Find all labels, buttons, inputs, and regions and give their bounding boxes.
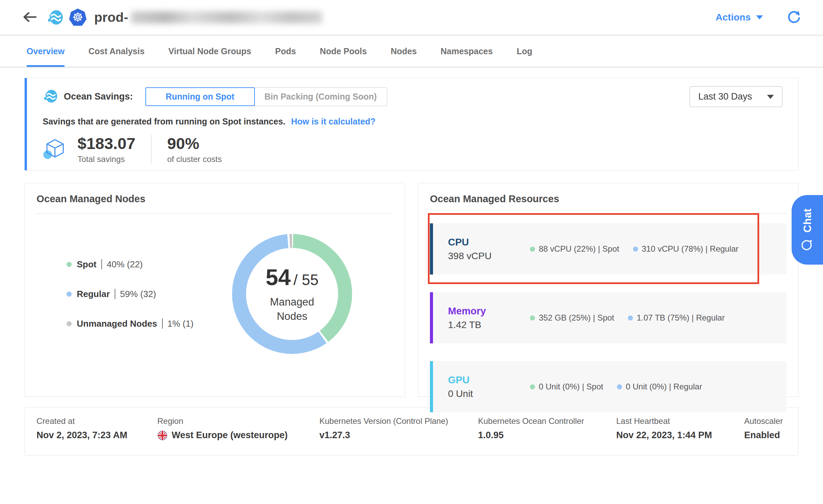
tab-overview[interactable]: Overview — [27, 35, 64, 67]
actions-button[interactable]: Actions — [716, 12, 763, 23]
regular-dot-icon — [628, 315, 633, 321]
tab-node-pools[interactable]: Node Pools — [320, 35, 367, 67]
gpu-row: GPU 0 Unit 0 Unit (0%) | Spot 0 Unit (0%… — [430, 361, 786, 412]
spot-dot-icon — [67, 262, 72, 267]
memory-value: 1.42 TB — [448, 320, 523, 330]
back-button[interactable] — [22, 11, 38, 24]
nodes-legend: Spot 40% (22) Regular 59% (32) Unmanaged… — [67, 259, 193, 329]
ocean-logo-icon — [46, 9, 64, 26]
stat-text: 310 vCPU (78%) | Regular — [642, 244, 739, 254]
cpu-regular-stat: 310 vCPU (78%) | Regular — [633, 244, 739, 254]
legend-value: 1% (1) — [168, 318, 194, 329]
tab-virtual-node-groups[interactable]: Virtual Node Groups — [169, 35, 251, 67]
spot-dot-icon — [530, 315, 535, 321]
managed-count: 54 — [266, 264, 291, 290]
divider — [115, 289, 115, 299]
detail-region: Region West Europe (westeurope) — [157, 416, 319, 446]
refresh-button[interactable] — [787, 10, 801, 25]
total-savings-metric: $183.07 Total savings — [77, 134, 135, 164]
percent-savings-label: of cluster costs — [167, 154, 222, 164]
legend-item-unmanaged: Unmanaged Nodes 1% (1) — [67, 318, 193, 329]
chat-bubble-icon — [800, 238, 814, 251]
total-savings-label: Total savings — [77, 154, 135, 164]
ocean-savings-label: Ocean Savings: — [64, 91, 133, 102]
detail-k8s-version: Kubernetes Version (Control Plane) v1.27… — [319, 416, 478, 446]
donut-chart: 54 / 55 Managed Nodes — [232, 234, 352, 354]
detail-last-heartbeat: Last Heartbeat Nov 22, 2023, 1:44 PM — [616, 416, 744, 446]
helm-wheel-glyph: ☸ — [72, 11, 83, 24]
ocean-managed-resources-panel: Ocean Managed Resources CPU 398 vCPU 88 … — [418, 183, 798, 397]
stat-text: 352 GB (25%) | Spot — [539, 313, 614, 323]
header: ☸ prod- Actions — [0, 0, 823, 35]
stat-text: 1.07 TB (75%) | Regular — [637, 313, 725, 323]
chat-label: Chat — [801, 208, 813, 233]
chat-button[interactable]: Chat — [792, 195, 823, 265]
tab-bar: Overview Cost Analysis Virtual Node Grou… — [0, 35, 823, 68]
detail-label: Created at — [37, 416, 157, 426]
cluster-details-panel: Created at Nov 2, 2023, 7:23 AM Region — [25, 407, 798, 456]
detail-label: Kubernetes Ocean Controller — [478, 416, 616, 426]
donut-center: 54 / 55 Managed Nodes — [246, 248, 338, 340]
detail-label: Last Heartbeat — [616, 416, 744, 426]
savings-description: Savings that are generated from running … — [43, 117, 285, 126]
detail-label: Region — [157, 416, 319, 426]
gpu-label: GPU — [448, 374, 523, 386]
running-on-spot-toggle[interactable]: Running on Spot — [145, 87, 255, 106]
detail-value: Nov 2, 2023, 7:23 AM — [37, 430, 157, 441]
cpu-value: 398 vCPU — [448, 251, 523, 262]
detail-value: Nov 22, 2023, 1:44 PM — [616, 430, 744, 441]
legend-item-regular: Regular 59% (32) — [67, 289, 193, 299]
legend-label: Unmanaged Nodes — [77, 318, 157, 329]
legend-item-spot: Spot 40% (22) — [67, 259, 193, 270]
tab-nodes[interactable]: Nodes — [391, 35, 417, 67]
savings-toggle-group: Running on Spot Bin Packing (Coming Soon… — [145, 87, 388, 106]
tab-log[interactable]: Log — [517, 35, 532, 67]
ocean-wave-icon — [43, 88, 58, 105]
period-dropdown[interactable]: Last 30 Days — [690, 86, 782, 107]
total-savings-value: $183.07 — [77, 134, 135, 153]
detail-autoscaler: Autoscaler Enabled — [744, 416, 786, 446]
period-value: Last 30 Days — [698, 91, 752, 102]
tab-namespaces[interactable]: Namespaces — [441, 35, 493, 67]
divider — [151, 135, 151, 163]
legend-label: Spot — [77, 259, 97, 270]
arrow-left-icon — [22, 11, 38, 24]
memory-row: Memory 1.42 TB 352 GB (25%) | Spot 1.07 … — [430, 292, 786, 343]
regular-dot-icon — [617, 384, 622, 389]
uk-flag-icon — [157, 430, 168, 441]
stat-text: 88 vCPU (22%) | Spot — [539, 244, 619, 254]
page: ☸ prod- Actions Overview Cost Ana — [0, 0, 823, 504]
cpu-spot-stat: 88 vCPU (22%) | Spot — [530, 244, 619, 254]
cluster-name-redacted — [131, 11, 322, 24]
ocean-managed-nodes-panel: Ocean Managed Nodes Spot 40% (22) Regula… — [25, 183, 405, 397]
divider — [101, 259, 102, 269]
memory-spot-stat: 352 GB (25%) | Spot — [530, 313, 614, 323]
tab-pods[interactable]: Pods — [275, 35, 296, 67]
chevron-down-icon — [756, 15, 763, 19]
refresh-icon — [787, 10, 801, 25]
how-calculated-link[interactable]: How is it calculated? — [291, 117, 375, 126]
bin-packing-toggle[interactable]: Bin Packing (Coming Soon) — [254, 87, 387, 106]
tab-cost-analysis[interactable]: Cost Analysis — [88, 35, 144, 67]
legend-label: Regular — [77, 289, 110, 299]
header-actions: Actions — [716, 10, 801, 25]
detail-value: Enabled — [744, 430, 786, 441]
gpu-spot-stat: 0 Unit (0%) | Spot — [530, 382, 603, 391]
managed-total: / 55 — [293, 271, 318, 288]
chevron-down-icon — [767, 95, 774, 99]
gpu-regular-stat: 0 Unit (0%) | Regular — [617, 382, 702, 391]
managed-nodes-title: Ocean Managed Nodes — [37, 193, 393, 205]
stat-text: 0 Unit (0%) | Spot — [539, 382, 603, 391]
detail-label: Kubernetes Version (Control Plane) — [319, 416, 478, 426]
detail-value: v1.27.3 — [319, 430, 478, 441]
percent-savings-value: 90% — [167, 134, 222, 153]
detail-value: 1.0.95 — [478, 430, 616, 441]
unmanaged-dot-icon — [67, 321, 72, 326]
actions-label: Actions — [716, 12, 751, 23]
ocean-savings-panel: Ocean Savings: Running on Spot Bin Packi… — [25, 78, 798, 171]
legend-value: 59% (32) — [120, 289, 156, 299]
spot-dot-icon — [530, 384, 535, 389]
managed-nodes-label: Managed Nodes — [255, 295, 330, 324]
stat-text: 0 Unit (0%) | Regular — [626, 382, 702, 391]
spot-dot-icon — [530, 247, 535, 252]
